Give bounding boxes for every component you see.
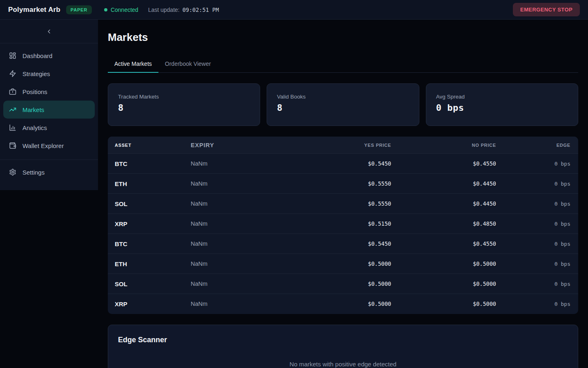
- connection-dot-icon: [104, 8, 107, 11]
- sidebar-item-label: Markets: [22, 106, 44, 113]
- table-row[interactable]: SOLNaNm$0.5550$0.44500 bps: [108, 194, 578, 214]
- cell-expiry: NaNm: [191, 274, 287, 294]
- cell-yes-price: $0.5000: [287, 274, 391, 294]
- sidebar: Dashboard Strategies Positions Markets: [0, 20, 98, 190]
- sidebar-item-positions[interactable]: Positions: [3, 83, 95, 101]
- sidebar-item-analytics[interactable]: Analytics: [3, 119, 95, 137]
- stat-label: Tracked Markets: [118, 94, 250, 100]
- sidebar-item-markets[interactable]: Markets: [3, 101, 95, 119]
- cell-yes-price: $0.5150: [287, 214, 391, 234]
- stat-card-valid-books: Valid Books 8: [267, 83, 419, 126]
- cell-asset: XRP: [108, 294, 191, 314]
- sidebar-item-wallet-explorer[interactable]: Wallet Explorer: [3, 137, 95, 155]
- table-row[interactable]: BTCNaNm$0.5450$0.45500 bps: [108, 234, 578, 254]
- cell-yes-price: $0.5450: [287, 234, 391, 254]
- cell-edge: 0 bps: [496, 154, 578, 174]
- column-header-yes-price: YES PRICE: [287, 137, 391, 154]
- cell-expiry: NaNm: [191, 154, 287, 174]
- connection-label: Connected: [111, 7, 138, 13]
- sidebar-item-strategies[interactable]: Strategies: [3, 65, 95, 83]
- stat-value: 8: [277, 103, 409, 113]
- last-update: Last update: 09:02:51 PM: [148, 7, 219, 13]
- stat-card-tracked-markets: Tracked Markets 8: [108, 83, 260, 126]
- cell-no-price: $0.4550: [391, 154, 496, 174]
- sidebar-item-label: Positions: [22, 88, 47, 95]
- cell-asset: XRP: [108, 214, 191, 234]
- table-header-row: ASSET EXPIRY YES PRICE NO PRICE EDGE: [108, 137, 578, 154]
- wallet-icon: [9, 142, 16, 149]
- stat-label: Avg Spread: [436, 94, 568, 100]
- sidebar-item-dashboard[interactable]: Dashboard: [3, 47, 95, 65]
- cell-edge: 0 bps: [496, 274, 578, 294]
- column-header-asset: ASSET: [108, 137, 191, 154]
- table-row[interactable]: XRPNaNm$0.5000$0.50000 bps: [108, 294, 578, 314]
- last-update-time: 09:02:51 PM: [183, 7, 219, 13]
- paper-mode-badge: PAPER: [66, 5, 92, 14]
- cell-asset: ETH: [108, 254, 191, 274]
- cell-no-price: $0.4450: [391, 194, 496, 214]
- app-title: Polymarket Arb: [8, 6, 60, 14]
- cell-edge: 0 bps: [496, 234, 578, 254]
- cell-expiry: NaNm: [191, 214, 287, 234]
- sidebar-item-label: Wallet Explorer: [22, 142, 64, 149]
- sidebar-nav-bottom: Settings: [0, 163, 98, 185]
- cell-yes-price: $0.5000: [287, 254, 391, 274]
- lightning-icon: [9, 70, 16, 77]
- table-row[interactable]: BTCNaNm$0.5450$0.45500 bps: [108, 154, 578, 174]
- markets-table-body: BTCNaNm$0.5450$0.45500 bpsETHNaNm$0.5550…: [108, 154, 578, 314]
- page-title: Markets: [108, 31, 578, 44]
- gear-icon: [9, 168, 16, 176]
- sidebar-item-settings[interactable]: Settings: [3, 163, 95, 181]
- tab-active-markets[interactable]: Active Markets: [108, 57, 158, 73]
- dashboard-icon: [9, 52, 16, 59]
- stat-card-avg-spread: Avg Spread 0 bps: [426, 83, 578, 126]
- stat-value: 8: [118, 103, 250, 113]
- column-header-expiry: EXPIRY: [191, 137, 287, 154]
- cell-asset: BTC: [108, 154, 191, 174]
- cell-no-price: $0.4850: [391, 214, 496, 234]
- sidebar-divider: [0, 159, 98, 160]
- cell-edge: 0 bps: [496, 194, 578, 214]
- cell-yes-price: $0.5550: [287, 194, 391, 214]
- cell-no-price: $0.5000: [391, 294, 496, 314]
- edge-scanner-empty-message: No markets with positive edge detected: [118, 361, 568, 368]
- tab-orderbook-viewer[interactable]: Orderbook Viewer: [158, 57, 218, 73]
- cell-edge: 0 bps: [496, 254, 578, 274]
- cell-asset: ETH: [108, 174, 191, 194]
- table-row[interactable]: SOLNaNm$0.5000$0.50000 bps: [108, 274, 578, 294]
- briefcase-icon: [9, 88, 16, 95]
- bar-chart-icon: [9, 124, 16, 131]
- stat-cards: Tracked Markets 8 Valid Books 8 Avg Spre…: [108, 83, 578, 126]
- cell-no-price: $0.4550: [391, 234, 496, 254]
- edge-scanner-panel: Edge Scanner No markets with positive ed…: [108, 325, 578, 368]
- cell-edge: 0 bps: [496, 214, 578, 234]
- cell-expiry: NaNm: [191, 194, 287, 214]
- tab-bar: Active Markets Orderbook Viewer: [108, 57, 578, 73]
- table-row[interactable]: ETHNaNm$0.5000$0.50000 bps: [108, 254, 578, 274]
- sidebar-item-label: Dashboard: [22, 52, 52, 59]
- cell-yes-price: $0.5450: [287, 154, 391, 174]
- sidebar-item-label: Settings: [22, 169, 45, 176]
- sidebar-nav: Dashboard Strategies Positions Markets: [0, 43, 98, 159]
- cell-edge: 0 bps: [496, 294, 578, 314]
- sidebar-collapse-button[interactable]: [43, 26, 55, 37]
- chevron-left-icon: [46, 28, 52, 35]
- top-bar: Polymarket Arb PAPER Connected Last upda…: [0, 0, 588, 20]
- sidebar-item-label: Strategies: [22, 70, 50, 77]
- cell-expiry: NaNm: [191, 234, 287, 254]
- sidebar-item-label: Analytics: [22, 124, 47, 131]
- table-row[interactable]: ETHNaNm$0.5550$0.44500 bps: [108, 174, 578, 194]
- cell-edge: 0 bps: [496, 174, 578, 194]
- cell-yes-price: $0.5000: [287, 294, 391, 314]
- stat-label: Valid Books: [277, 94, 409, 100]
- table-row[interactable]: XRPNaNm$0.5150$0.48500 bps: [108, 214, 578, 234]
- cell-expiry: NaNm: [191, 254, 287, 274]
- connection-status: Connected: [104, 7, 138, 13]
- emergency-stop-button[interactable]: EMERGENCY STOP: [513, 3, 580, 16]
- cell-expiry: NaNm: [191, 294, 287, 314]
- cell-asset: SOL: [108, 194, 191, 214]
- cell-asset: BTC: [108, 234, 191, 254]
- column-header-no-price: NO PRICE: [391, 137, 496, 154]
- markets-table: ASSET EXPIRY YES PRICE NO PRICE EDGE BTC…: [108, 137, 578, 314]
- cell-no-price: $0.5000: [391, 274, 496, 294]
